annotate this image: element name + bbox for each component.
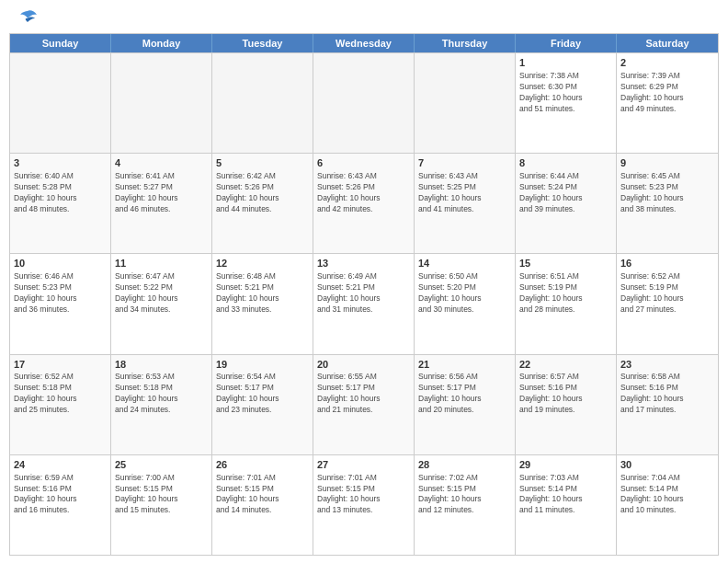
calendar-week-row: 3Sunrise: 6:40 AM Sunset: 5:28 PM Daylig…	[10, 153, 718, 253]
day-info: Sunrise: 6:51 AM Sunset: 5:19 PM Dayligh…	[519, 271, 612, 316]
day-number: 12	[216, 257, 309, 270]
calendar-header-day: Monday	[111, 34, 212, 52]
day-info: Sunrise: 6:43 AM Sunset: 5:26 PM Dayligh…	[317, 171, 410, 215]
calendar-week-row: 17Sunrise: 6:52 AM Sunset: 5:18 PM Dayli…	[10, 354, 718, 454]
calendar-cell: 12Sunrise: 6:48 AM Sunset: 5:21 PM Dayli…	[212, 254, 313, 353]
day-info: Sunrise: 6:47 AM Sunset: 5:22 PM Dayligh…	[115, 271, 208, 316]
calendar-cell: 22Sunrise: 6:57 AM Sunset: 5:16 PM Dayli…	[516, 355, 617, 454]
day-number: 3	[14, 156, 107, 170]
day-number: 19	[216, 358, 309, 372]
day-number: 16	[620, 257, 714, 270]
calendar-cell: 26Sunrise: 7:01 AM Sunset: 5:15 PM Dayli…	[212, 455, 313, 555]
day-info: Sunrise: 6:50 AM Sunset: 5:20 PM Dayligh…	[418, 271, 511, 316]
calendar-cell-empty	[313, 53, 415, 153]
calendar-header-day: Saturday	[617, 34, 718, 52]
day-info: Sunrise: 6:57 AM Sunset: 5:16 PM Dayligh…	[519, 372, 612, 416]
day-number: 23	[620, 358, 714, 372]
calendar-cell: 30Sunrise: 7:04 AM Sunset: 5:14 PM Dayli…	[617, 455, 718, 555]
day-info: Sunrise: 6:44 AM Sunset: 5:24 PM Dayligh…	[519, 171, 612, 215]
calendar-week-row: 1Sunrise: 7:38 AM Sunset: 6:30 PM Daylig…	[10, 52, 718, 153]
day-info: Sunrise: 6:41 AM Sunset: 5:27 PM Dayligh…	[115, 171, 208, 215]
calendar-cell: 21Sunrise: 6:56 AM Sunset: 5:17 PM Dayli…	[415, 355, 516, 454]
header	[0, 0, 728, 33]
calendar-cell: 27Sunrise: 7:01 AM Sunset: 5:15 PM Dayli…	[313, 455, 415, 555]
calendar-cell: 15Sunrise: 6:51 AM Sunset: 5:19 PM Dayli…	[516, 254, 617, 353]
day-number: 28	[418, 458, 511, 472]
day-number: 5	[216, 156, 309, 170]
day-number: 8	[519, 156, 612, 170]
day-info: Sunrise: 6:56 AM Sunset: 5:17 PM Dayligh…	[418, 372, 511, 416]
day-number: 7	[418, 156, 511, 170]
day-info: Sunrise: 6:59 AM Sunset: 5:16 PM Dayligh…	[14, 473, 107, 517]
calendar-cell: 9Sunrise: 6:45 AM Sunset: 5:23 PM Daylig…	[617, 154, 718, 253]
day-number: 14	[418, 257, 511, 270]
calendar-cell-empty	[111, 53, 212, 153]
calendar-cell: 7Sunrise: 6:43 AM Sunset: 5:25 PM Daylig…	[415, 154, 516, 253]
day-info: Sunrise: 7:39 AM Sunset: 6:29 PM Dayligh…	[620, 71, 714, 115]
day-number: 30	[620, 458, 714, 472]
calendar-cell: 10Sunrise: 6:46 AM Sunset: 5:23 PM Dayli…	[10, 254, 111, 353]
day-number: 6	[317, 156, 410, 170]
calendar-cell: 24Sunrise: 6:59 AM Sunset: 5:16 PM Dayli…	[10, 455, 111, 555]
calendar-cell-empty	[415, 53, 516, 153]
calendar-cell: 2Sunrise: 7:39 AM Sunset: 6:29 PM Daylig…	[617, 53, 718, 153]
day-number: 17	[14, 358, 107, 372]
day-number: 2	[620, 56, 714, 70]
calendar-header-day: Thursday	[415, 34, 516, 52]
day-info: Sunrise: 6:48 AM Sunset: 5:21 PM Dayligh…	[216, 271, 309, 316]
day-info: Sunrise: 6:52 AM Sunset: 5:18 PM Dayligh…	[14, 372, 107, 416]
calendar: SundayMondayTuesdayWednesdayThursdayFrid…	[9, 33, 719, 556]
logo-bird-icon	[17, 9, 39, 28]
day-number: 4	[115, 156, 208, 170]
calendar-cell-empty	[10, 53, 111, 153]
calendar-cell: 1Sunrise: 7:38 AM Sunset: 6:30 PM Daylig…	[516, 53, 617, 153]
day-info: Sunrise: 7:02 AM Sunset: 5:15 PM Dayligh…	[418, 473, 511, 517]
day-number: 27	[317, 458, 410, 472]
day-number: 10	[14, 257, 107, 270]
calendar-cell: 13Sunrise: 6:49 AM Sunset: 5:21 PM Dayli…	[313, 254, 415, 353]
calendar-cell: 23Sunrise: 6:58 AM Sunset: 5:16 PM Dayli…	[617, 355, 718, 454]
day-number: 24	[14, 458, 107, 472]
calendar-cell: 16Sunrise: 6:52 AM Sunset: 5:19 PM Dayli…	[617, 254, 718, 353]
page: SundayMondayTuesdayWednesdayThursdayFrid…	[0, 0, 728, 563]
day-number: 29	[519, 458, 612, 472]
calendar-cell: 5Sunrise: 6:42 AM Sunset: 5:26 PM Daylig…	[212, 154, 313, 253]
calendar-cell: 8Sunrise: 6:44 AM Sunset: 5:24 PM Daylig…	[516, 154, 617, 253]
calendar-cell: 29Sunrise: 7:03 AM Sunset: 5:14 PM Dayli…	[516, 455, 617, 555]
calendar-header-day: Friday	[516, 34, 617, 52]
day-info: Sunrise: 6:42 AM Sunset: 5:26 PM Dayligh…	[216, 171, 309, 215]
calendar-cell-empty	[212, 53, 313, 153]
day-info: Sunrise: 6:46 AM Sunset: 5:23 PM Dayligh…	[14, 271, 107, 316]
day-number: 21	[418, 358, 511, 372]
logo	[15, 9, 39, 28]
calendar-cell: 11Sunrise: 6:47 AM Sunset: 5:22 PM Dayli…	[111, 254, 212, 353]
day-info: Sunrise: 6:52 AM Sunset: 5:19 PM Dayligh…	[620, 271, 714, 316]
day-number: 9	[620, 156, 714, 170]
day-info: Sunrise: 7:03 AM Sunset: 5:14 PM Dayligh…	[519, 473, 612, 517]
calendar-header-day: Tuesday	[212, 34, 313, 52]
day-info: Sunrise: 7:04 AM Sunset: 5:14 PM Dayligh…	[620, 473, 714, 517]
calendar-cell: 25Sunrise: 7:00 AM Sunset: 5:15 PM Dayli…	[111, 455, 212, 555]
day-info: Sunrise: 7:01 AM Sunset: 5:15 PM Dayligh…	[317, 473, 410, 517]
day-info: Sunrise: 6:54 AM Sunset: 5:17 PM Dayligh…	[216, 372, 309, 416]
day-info: Sunrise: 6:53 AM Sunset: 5:18 PM Dayligh…	[115, 372, 208, 416]
calendar-cell: 6Sunrise: 6:43 AM Sunset: 5:26 PM Daylig…	[313, 154, 415, 253]
day-info: Sunrise: 6:55 AM Sunset: 5:17 PM Dayligh…	[317, 372, 410, 416]
day-info: Sunrise: 7:38 AM Sunset: 6:30 PM Dayligh…	[519, 71, 612, 115]
calendar-header-day: Sunday	[10, 34, 111, 52]
calendar-cell: 20Sunrise: 6:55 AM Sunset: 5:17 PM Dayli…	[313, 355, 415, 454]
day-number: 18	[115, 358, 208, 372]
calendar-header: SundayMondayTuesdayWednesdayThursdayFrid…	[10, 34, 718, 52]
day-info: Sunrise: 6:43 AM Sunset: 5:25 PM Dayligh…	[418, 171, 511, 215]
calendar-week-row: 10Sunrise: 6:46 AM Sunset: 5:23 PM Dayli…	[10, 253, 718, 353]
day-number: 26	[216, 458, 309, 472]
day-info: Sunrise: 6:49 AM Sunset: 5:21 PM Dayligh…	[317, 271, 410, 316]
day-number: 25	[115, 458, 208, 472]
day-info: Sunrise: 7:01 AM Sunset: 5:15 PM Dayligh…	[216, 473, 309, 517]
calendar-cell: 18Sunrise: 6:53 AM Sunset: 5:18 PM Dayli…	[111, 355, 212, 454]
calendar-header-day: Wednesday	[313, 34, 415, 52]
day-info: Sunrise: 7:00 AM Sunset: 5:15 PM Dayligh…	[115, 473, 208, 517]
calendar-week-row: 24Sunrise: 6:59 AM Sunset: 5:16 PM Dayli…	[10, 454, 718, 555]
calendar-cell: 19Sunrise: 6:54 AM Sunset: 5:17 PM Dayli…	[212, 355, 313, 454]
day-number: 20	[317, 358, 410, 372]
